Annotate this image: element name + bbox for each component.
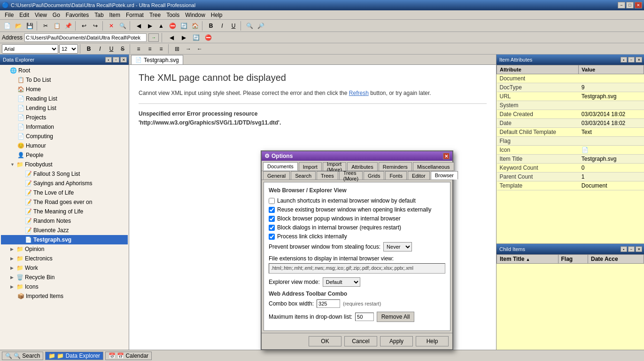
active-tab[interactable]: 📄 Testgraph.svg bbox=[131, 55, 183, 64]
ci-title-col[interactable]: Item Title ▲ bbox=[497, 255, 559, 264]
ia-pin-button[interactable]: ▪ bbox=[621, 57, 627, 63]
strikethrough-fmt[interactable]: S bbox=[117, 44, 128, 54]
menu-item-tree[interactable]: Tree bbox=[147, 11, 163, 19]
menu-item-go[interactable]: Go bbox=[50, 11, 63, 19]
align-right[interactable]: ≡ bbox=[156, 44, 166, 54]
addr-stop[interactable]: ⛔ bbox=[203, 32, 213, 43]
paste-button[interactable]: 📌 bbox=[63, 21, 73, 31]
tree-item-imported[interactable]: 📦Imported Items bbox=[1, 291, 128, 301]
dialog-tab-bottom-trees[interactable]: Trees bbox=[317, 171, 338, 180]
menu-item-help[interactable]: Help bbox=[208, 11, 225, 19]
checkbox-cb3[interactable] bbox=[269, 216, 275, 222]
tree-item-electronics[interactable]: ▶📁Electronics bbox=[1, 254, 128, 263]
align-center[interactable]: ≡ bbox=[145, 44, 155, 54]
tree-item-todo[interactable]: 📋To Do List bbox=[1, 75, 128, 85]
underline-fmt[interactable]: U bbox=[106, 44, 116, 54]
explorer-mode-select[interactable]: DefaultCustom bbox=[323, 277, 360, 287]
tree-item-roadgoes[interactable]: 📝The Road goes ever on bbox=[1, 197, 128, 207]
dialog-tab-attributes[interactable]: Attributes bbox=[347, 162, 377, 171]
ci-pin-button[interactable]: ▪ bbox=[621, 246, 627, 252]
italic-btn[interactable]: I bbox=[217, 21, 227, 31]
tree-item-loveoflife[interactable]: 📝The Love of Life bbox=[1, 188, 128, 197]
menu-item-item[interactable]: Item bbox=[107, 11, 123, 19]
refresh-link[interactable]: Refresh bbox=[349, 90, 369, 96]
maximize-button[interactable]: □ bbox=[626, 2, 634, 8]
max-items-input[interactable] bbox=[355, 313, 374, 321]
nav-refresh[interactable]: 🔄 bbox=[178, 21, 189, 31]
open-button[interactable]: 📂 bbox=[13, 21, 23, 31]
nav-fwd[interactable]: ▶ bbox=[145, 21, 155, 31]
de-min-button[interactable]: − bbox=[113, 57, 119, 63]
checkbox-cb1[interactable] bbox=[269, 198, 275, 204]
tree-item-home[interactable]: 🏠Home bbox=[1, 85, 128, 94]
go-button[interactable]: → bbox=[148, 33, 159, 42]
tree-item-recycle[interactable]: ▶🗑️Recycle Bin bbox=[1, 273, 128, 282]
indent-btn[interactable]: → bbox=[183, 44, 194, 54]
dialog-tab-import-(more)[interactable]: Import (More) bbox=[323, 162, 346, 171]
italic-fmt[interactable]: I bbox=[95, 44, 105, 54]
tree-item-bluenote[interactable]: 📝Bluenote Jazz bbox=[1, 226, 128, 235]
tree-item-fallout[interactable]: 📝Fallout 3 Song List bbox=[1, 169, 128, 179]
addr-back[interactable]: ◀ bbox=[166, 32, 177, 43]
tree-item-root[interactable]: 🌐Root bbox=[1, 66, 128, 75]
checkbox-cb4[interactable] bbox=[269, 225, 275, 231]
addr-fwd[interactable]: ▶ bbox=[178, 32, 189, 43]
zoom-in[interactable]: 🔍 bbox=[244, 21, 255, 31]
de-pin-button[interactable]: ▪ bbox=[105, 57, 112, 63]
dialog-tab-bottom-editor[interactable]: Editor bbox=[408, 171, 430, 180]
menu-item-format[interactable]: Format bbox=[123, 11, 147, 19]
menu-item-tab[interactable]: Tab bbox=[92, 11, 106, 19]
help-button[interactable]: Help bbox=[416, 336, 449, 346]
tree-item-meaning[interactable]: 📝The Meaning of Life bbox=[1, 207, 128, 216]
cut-button[interactable]: ✂ bbox=[40, 21, 51, 31]
menu-item-edit[interactable]: Edit bbox=[16, 11, 32, 19]
nav-home[interactable]: 🏠 bbox=[190, 21, 200, 31]
menu-item-tools[interactable]: Tools bbox=[163, 11, 182, 19]
tree-item-icons[interactable]: ▶📁Icons bbox=[1, 282, 128, 291]
tree-item-testgraph[interactable]: 📄Testgraph.svg bbox=[1, 235, 128, 244]
nav-stop[interactable]: ⛔ bbox=[167, 21, 178, 31]
tree-item-floobydust[interactable]: ▼📁Floobydust bbox=[1, 160, 128, 169]
minimize-button[interactable]: − bbox=[618, 2, 625, 8]
copy-button[interactable]: 📋 bbox=[52, 21, 62, 31]
menu-item-window[interactable]: Window bbox=[182, 11, 208, 19]
tree-item-computing[interactable]: 📄Computing bbox=[1, 132, 128, 141]
calendar-status-button[interactable]: 📅 📅 Calendar bbox=[105, 352, 152, 360]
ci-min-button[interactable]: − bbox=[628, 246, 635, 252]
redo-button[interactable]: ↪ bbox=[90, 21, 101, 31]
ci-date-col[interactable]: Date Acce bbox=[588, 255, 644, 264]
dialog-tab-bottom-fonts[interactable]: Fonts bbox=[385, 171, 407, 180]
outdent-btn[interactable]: ← bbox=[194, 44, 205, 54]
dialog-close-button[interactable]: ✕ bbox=[443, 153, 450, 159]
menu-item-file[interactable]: File bbox=[2, 11, 16, 19]
tree-item-people[interactable]: 👤People bbox=[1, 150, 128, 160]
tree-item-work[interactable]: ▶📁Work bbox=[1, 263, 128, 273]
font-family-select[interactable]: Arial bbox=[2, 44, 58, 54]
tree-item-lending[interactable]: 📄Lending List bbox=[1, 103, 128, 113]
nav-up[interactable]: ▲ bbox=[156, 21, 166, 31]
dialog-tab-documents[interactable]: Documents bbox=[263, 162, 298, 171]
bold-fmt[interactable]: B bbox=[84, 44, 94, 54]
dialog-tab-bottom-general[interactable]: General bbox=[263, 171, 290, 180]
combo-width-input[interactable] bbox=[317, 299, 340, 308]
checkbox-cb2[interactable] bbox=[269, 207, 275, 213]
cancel-button[interactable]: Cancel bbox=[344, 336, 377, 346]
dialog-tab-reminders[interactable]: Reminders bbox=[379, 162, 412, 171]
ok-button[interactable]: OK bbox=[309, 336, 341, 346]
tree-item-opinion[interactable]: ▶📁Opinion bbox=[1, 244, 128, 254]
ia-close-button[interactable]: ✕ bbox=[636, 57, 642, 63]
tree-item-projects[interactable]: 📄Projects bbox=[1, 113, 128, 122]
dialog-tab-bottom-browser[interactable]: Browser bbox=[431, 171, 458, 180]
tree-item-information[interactable]: 📄Information bbox=[1, 122, 128, 132]
search-status-button[interactable]: 🔍 🔍 Search bbox=[2, 352, 43, 360]
save-button[interactable]: 💾 bbox=[24, 21, 35, 31]
table-btn[interactable]: ⊞ bbox=[172, 44, 182, 54]
menu-item-favorites[interactable]: Favorites bbox=[63, 11, 92, 19]
menu-item-view[interactable]: View bbox=[32, 11, 50, 19]
dialog-tab-bottom-trees-(more)[interactable]: Trees (More) bbox=[339, 171, 363, 180]
tree-item-sayings[interactable]: 📝Sayings and Aphorisms bbox=[1, 179, 128, 188]
new-button[interactable]: 📄 bbox=[2, 21, 12, 31]
steal-focus-select[interactable]: NeverAlwaysAsk bbox=[383, 242, 412, 251]
ci-close-button[interactable]: ✕ bbox=[636, 246, 642, 252]
checkbox-cb5[interactable] bbox=[269, 234, 275, 240]
